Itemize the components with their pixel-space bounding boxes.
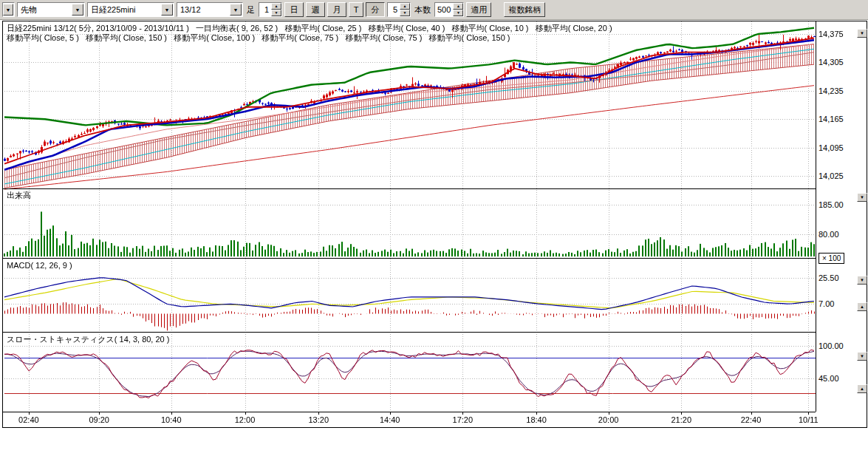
- macd-axis-label: 7.00: [819, 299, 834, 308]
- period-week-button[interactable]: 週: [306, 2, 325, 17]
- price-axis-label: 14,375: [819, 30, 844, 38]
- macd-scale-up-button[interactable]: ▲: [857, 302, 867, 311]
- x-axis-label: 12:00: [235, 415, 256, 424]
- x-axis-label: 10/11: [799, 415, 819, 424]
- market-select-value: 先物: [21, 4, 37, 16]
- macd-panel-label: MACD( 12, 26, 9 ): [7, 261, 72, 270]
- chart-canvas[interactable]: [3, 21, 817, 428]
- market-select[interactable]: 先物▼: [17, 2, 85, 17]
- period-minute-button[interactable]: 分: [366, 2, 385, 17]
- price-axis-label: 14,095: [819, 143, 844, 152]
- x-axis-label: 13:20: [308, 415, 329, 424]
- bar-value: 1: [259, 5, 271, 14]
- x-axis-label: 14:40: [380, 415, 400, 424]
- bar-count-spinner[interactable]: 500▲▼: [434, 2, 464, 17]
- bar-value-spinner[interactable]: 1▲▼: [259, 2, 282, 17]
- spinner-down-icon[interactable]: ▼: [453, 10, 463, 16]
- chevron-down-icon: ▼: [3, 4, 13, 16]
- period-day-button[interactable]: 日: [284, 2, 304, 17]
- x-axis-label: 22:40: [741, 415, 762, 424]
- chevron-down-icon: ▼: [161, 4, 173, 16]
- price-axis-label: 14,305: [819, 58, 844, 67]
- spinner-up-icon[interactable]: ▲: [453, 3, 463, 10]
- x-axis-label: 09:20: [89, 415, 109, 424]
- chart-legend-line2: 移動平均( Close, 5 ) 移動平均( Close, 150 ) 移動平均…: [7, 33, 510, 44]
- price-axis-label: 14,025: [819, 171, 844, 180]
- stoch-scale-down-button[interactable]: ▼: [857, 352, 867, 361]
- x-axis-label: 21:20: [671, 415, 691, 424]
- x-axis-label: 17:20: [453, 415, 474, 424]
- minute-value: 5: [388, 5, 400, 14]
- x-axis-label: 10:40: [161, 415, 182, 424]
- corner-dropdown[interactable]: ▼: [2, 2, 15, 17]
- contract-select[interactable]: 13/12▼: [177, 2, 243, 17]
- stoch-axis-label: 45.00: [819, 374, 839, 383]
- volume-panel-label: 出来高: [7, 190, 31, 201]
- spinner-up-icon[interactable]: ▲: [271, 3, 281, 10]
- price-axis-label: 14,235: [819, 86, 844, 95]
- stoch-scale-up-button[interactable]: ▲: [857, 384, 867, 393]
- spinner-down-icon[interactable]: ▼: [271, 10, 281, 16]
- volume-axis-label: 80.00: [819, 230, 839, 239]
- x-axis-label: 20:00: [598, 415, 619, 424]
- macd-scale-down-button[interactable]: ▼: [857, 276, 867, 285]
- spinner-down-icon[interactable]: ▼: [400, 10, 410, 16]
- bar-count-value: 500: [435, 5, 453, 14]
- bar-period-label: 足: [245, 4, 256, 16]
- bar-count-label: 本数: [413, 4, 432, 16]
- multi-symbol-button[interactable]: 複数銘柄: [504, 2, 545, 17]
- period-tick-button[interactable]: T: [349, 2, 363, 17]
- contract-select-value: 13/12: [180, 5, 201, 14]
- volume-unit-box: × 100: [819, 253, 844, 264]
- macd-axis-label: 25.50: [819, 273, 839, 282]
- period-month-button[interactable]: 月: [327, 2, 346, 17]
- symbol-select-value: 日経225mini: [91, 4, 136, 16]
- chart-area: 日経225mini 13/12( 5分, 2013/10/09 - 2013/1…: [2, 21, 867, 428]
- chevron-down-icon: ▼: [230, 4, 242, 16]
- spinner-up-icon[interactable]: ▲: [400, 3, 410, 10]
- stoch-panel-label: スロー・ストキャスティクス( 14, 3, 80, 20 ): [7, 334, 169, 345]
- x-axis-label: 02:40: [18, 415, 39, 424]
- price-scale-down-button[interactable]: ▼: [857, 29, 867, 38]
- minute-value-spinner[interactable]: 5▲▼: [387, 2, 411, 17]
- stoch-axis-label: 100.00: [819, 341, 844, 350]
- x-axis-label: 18:40: [526, 415, 547, 424]
- chevron-down-icon: ▼: [72, 4, 83, 16]
- price-axis-label: 14,165: [819, 115, 844, 123]
- symbol-select[interactable]: 日経225mini▼: [87, 2, 174, 17]
- toolbar: ▼ 先物▼ 日経225mini▼ 13/12▼ 足 1▲▼ 日 週 月 T 分 …: [0, 0, 868, 20]
- volume-axis-label: 185.00: [819, 200, 844, 209]
- volume-scale-down-button[interactable]: ▼: [857, 193, 867, 202]
- apply-button[interactable]: 適用: [466, 2, 491, 17]
